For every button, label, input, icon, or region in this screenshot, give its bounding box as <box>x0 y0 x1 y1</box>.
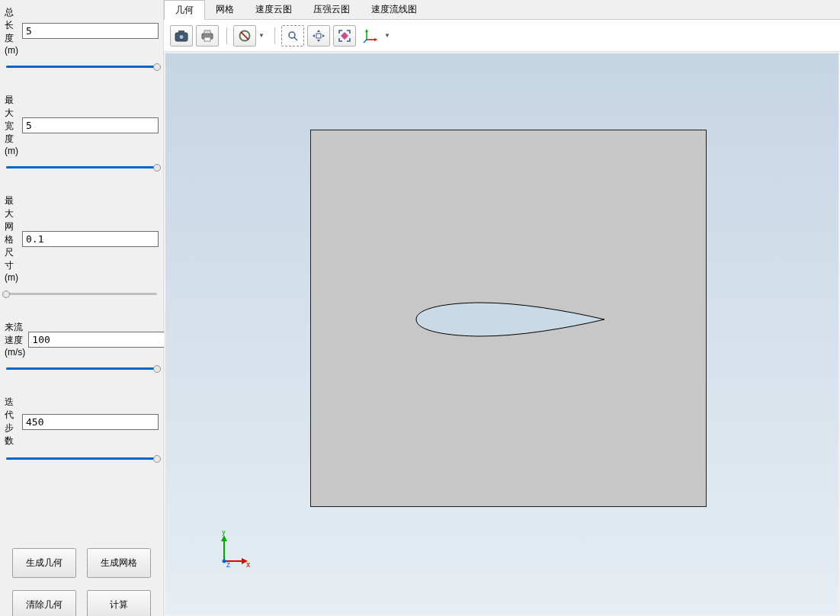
param-input-max-mesh[interactable] <box>22 231 159 247</box>
svg-rect-1 <box>178 30 184 33</box>
generate-geometry-button[interactable]: 生成几何 <box>12 548 76 578</box>
param-inflow-speed: 来流速度(m/s) <box>5 321 159 374</box>
geometry-bounding-box <box>310 130 707 507</box>
pan-icon[interactable] <box>307 25 330 47</box>
svg-rect-5 <box>204 37 210 41</box>
toolbar-separator <box>226 27 227 44</box>
svg-line-16 <box>364 40 367 43</box>
compute-button[interactable]: 计算 <box>87 590 151 616</box>
svg-point-23 <box>223 560 226 563</box>
axes-dropdown[interactable]: ▼ <box>383 25 391 47</box>
param-input-inflow-speed[interactable] <box>28 332 165 348</box>
tab-pressure-contour[interactable]: 压强云图 <box>303 0 361 19</box>
tab-mesh[interactable]: 网格 <box>205 0 245 19</box>
svg-rect-4 <box>204 30 210 34</box>
refresh-icon[interactable] <box>233 25 256 47</box>
tab-bar: 几何 网格 速度云图 压强云图 速度流线图 <box>164 0 840 20</box>
param-max-width: 最大宽度(m) <box>5 94 159 173</box>
slider-inflow-speed[interactable] <box>6 364 157 374</box>
param-label-total-length: 总长度(m) <box>5 6 19 56</box>
svg-marker-18 <box>221 535 227 541</box>
param-label-iter-steps: 迭代步数 <box>5 396 19 448</box>
sidebar: 总长度(m) 最大宽度(m) 最大网格尺寸(m) <box>0 0 164 616</box>
camera-icon[interactable] <box>170 25 193 47</box>
axis-gizmo: y x z <box>213 531 251 569</box>
action-button-grid: 生成几何 生成网格 清除几何 计算 导出参数 导入参数 <box>5 548 159 616</box>
tab-geometry[interactable]: 几何 <box>164 0 205 21</box>
svg-line-9 <box>294 37 297 40</box>
slider-max-width[interactable] <box>6 162 157 173</box>
generate-mesh-button[interactable]: 生成网格 <box>87 548 151 578</box>
print-icon[interactable] <box>196 25 219 47</box>
main-panel: 几何 网格 速度云图 压强云图 速度流线图 <box>164 0 840 616</box>
airfoil-shape <box>412 301 607 338</box>
param-iter-steps: 迭代步数 <box>5 396 159 464</box>
slider-total-length[interactable] <box>6 62 157 72</box>
svg-text:x: x <box>246 560 250 569</box>
svg-text:z: z <box>226 560 230 569</box>
zoom-box-icon[interactable] <box>281 25 304 47</box>
viewer-toolbar: ▼ <box>164 20 840 52</box>
axes-icon[interactable] <box>359 25 382 47</box>
tab-velocity-contour[interactable]: 速度云图 <box>245 0 303 19</box>
svg-marker-15 <box>374 38 377 41</box>
fit-icon[interactable] <box>333 25 356 47</box>
param-label-inflow-speed: 来流速度(m/s) <box>5 321 25 358</box>
svg-point-8 <box>289 32 295 38</box>
param-input-max-width[interactable] <box>22 117 159 133</box>
svg-line-7 <box>241 32 248 40</box>
slider-max-mesh[interactable] <box>6 289 157 300</box>
svg-rect-10 <box>316 34 321 38</box>
svg-rect-11 <box>341 32 348 40</box>
param-label-max-width: 最大宽度(m) <box>5 94 19 156</box>
param-max-mesh: 最大网格尺寸(m) <box>5 194 159 300</box>
param-input-iter-steps[interactable] <box>22 414 159 430</box>
svg-text:y: y <box>222 531 226 536</box>
svg-point-2 <box>179 34 184 39</box>
tab-streamline[interactable]: 速度流线图 <box>361 0 428 19</box>
viewport-3d[interactable]: y x z <box>165 53 838 614</box>
param-input-total-length[interactable] <box>22 23 159 39</box>
slider-iter-steps[interactable] <box>6 454 157 464</box>
toolbar-separator-2 <box>274 27 275 44</box>
param-total-length: 总长度(m) <box>5 6 159 72</box>
svg-marker-13 <box>365 29 368 32</box>
param-label-max-mesh: 最大网格尺寸(m) <box>5 194 19 283</box>
refresh-dropdown[interactable]: ▼ <box>258 25 265 47</box>
clear-geometry-button[interactable]: 清除几何 <box>12 590 76 616</box>
